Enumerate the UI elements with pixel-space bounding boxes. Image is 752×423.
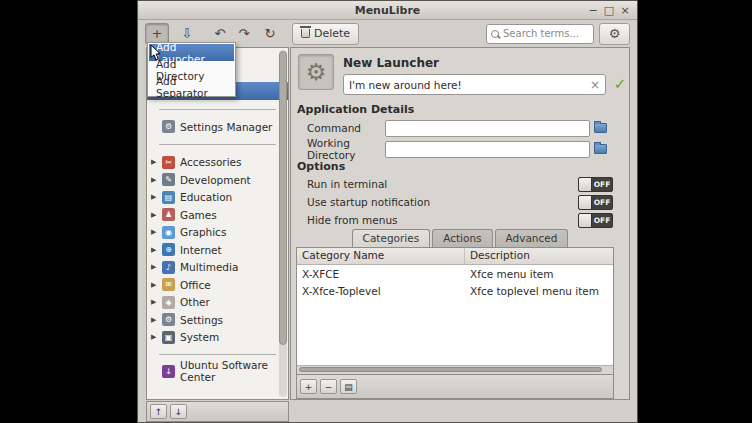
- launcher-editor-panel: ⚙ New Launcher × ✓ Application Details C…: [290, 47, 630, 400]
- undo-icon: ↶: [215, 26, 226, 41]
- menu-item-add-separator[interactable]: Add Separator: [149, 78, 234, 95]
- browse-directory-button[interactable]: [594, 144, 607, 154]
- working-directory-label: Working Directory: [297, 137, 385, 161]
- launcher-gear-icon: ⚙: [306, 59, 327, 85]
- sidebar-item-games[interactable]: ▶ ♟ Games: [147, 206, 288, 224]
- command-entry-box: [385, 120, 590, 137]
- search-input[interactable]: [503, 28, 589, 39]
- sidebar-item-education[interactable]: ▶ ▤ Education: [147, 189, 288, 207]
- remove-category-button[interactable]: −: [320, 379, 337, 394]
- column-category-name[interactable]: Category Name: [297, 248, 465, 264]
- sidebar-scrollbar[interactable]: [279, 50, 287, 397]
- table-row[interactable]: X-Xfce-Toplevel Xfce toplevel menu item: [297, 283, 613, 301]
- working-directory-input[interactable]: [386, 146, 589, 161]
- window-controls: − □ ×: [585, 1, 633, 20]
- expander-icon[interactable]: ▶: [151, 316, 162, 324]
- sidebar-item-other[interactable]: ▶ ◈ Other: [147, 294, 288, 312]
- check-icon: ✓: [614, 75, 627, 93]
- table-header: Category Name Description: [297, 248, 613, 265]
- trash-icon: [301, 29, 310, 38]
- gear-icon: ⚙: [609, 26, 621, 41]
- confirm-name-button[interactable]: ✓: [611, 75, 629, 93]
- sidebar-item-system[interactable]: ▶ ▣ System: [147, 329, 288, 347]
- sidebar-item-software-center[interactable]: ↓ Ubuntu Software Center: [147, 362, 288, 380]
- move-up-button[interactable]: ↑: [150, 404, 167, 419]
- working-directory-entry-box: [385, 141, 590, 158]
- working-directory-row: Working Directory: [297, 140, 619, 158]
- command-label: Command: [297, 122, 385, 134]
- clear-categories-button[interactable]: ▤: [340, 379, 357, 394]
- sidebar-item-settings[interactable]: ▶ ⚙ Settings: [147, 311, 288, 329]
- sidebar-item-accessories[interactable]: ▶ ✂ Accessories: [147, 154, 288, 172]
- tab-actions[interactable]: Actions: [432, 229, 492, 247]
- development-icon: ✎: [162, 173, 175, 186]
- add-category-button[interactable]: +: [300, 379, 317, 394]
- table-row[interactable]: X-XFCE Xfce menu item: [297, 265, 613, 283]
- command-row: Command: [297, 119, 619, 137]
- sidebar-item-multimedia[interactable]: ▶ ♪ Multimedia: [147, 259, 288, 277]
- expander-icon[interactable]: ▶: [151, 211, 162, 219]
- table-horizontal-scrollbar[interactable]: [297, 365, 613, 374]
- mouse-cursor-icon: [150, 44, 162, 66]
- sidebar-item-office[interactable]: ▶ ✉ Office: [147, 276, 288, 294]
- internet-icon: ⊕: [162, 243, 175, 256]
- expander-icon[interactable]: ▶: [151, 158, 162, 166]
- desktop-background: MenuLibre − □ × + ⇩ ↶ ↷ ↻: [0, 0, 752, 423]
- column-description[interactable]: Description: [465, 248, 613, 264]
- application-details-heading: Application Details: [297, 103, 414, 116]
- titlebar[interactable]: MenuLibre − □ ×: [138, 1, 637, 20]
- settings-icon: ⚙: [162, 313, 175, 326]
- launcher-name-input[interactable]: [349, 79, 586, 91]
- settings-menu-button[interactable]: ⚙: [599, 23, 630, 45]
- command-input[interactable]: [386, 125, 589, 140]
- tab-categories[interactable]: Categories: [352, 229, 431, 247]
- sidebar-item-settings-manager[interactable]: ⚙ Settings Manager: [147, 118, 288, 136]
- tab-advanced[interactable]: Advanced: [495, 229, 569, 247]
- hide-from-menus-switch[interactable]: OFF: [578, 213, 613, 228]
- sidebar-item-internet[interactable]: ▶ ⊕ Internet: [147, 241, 288, 259]
- system-icon: ▣: [162, 331, 175, 344]
- software-center-icon: ↓: [162, 365, 175, 378]
- search-box: [486, 24, 594, 44]
- expander-icon[interactable]: ▶: [151, 228, 162, 236]
- move-down-button[interactable]: ↓: [170, 404, 187, 419]
- window-title: MenuLibre: [355, 4, 421, 17]
- sidebar-item-graphics[interactable]: ▶ ◉ Graphics: [147, 224, 288, 242]
- expander-icon[interactable]: ▶: [151, 263, 162, 271]
- refresh-icon: ↻: [265, 26, 276, 41]
- accessories-icon: ✂: [162, 156, 175, 169]
- table-empty-area: [297, 300, 613, 365]
- expander-icon[interactable]: ▶: [151, 246, 162, 254]
- office-icon: ✉: [162, 278, 175, 291]
- maximize-button[interactable]: □: [601, 4, 617, 17]
- delete-button[interactable]: Delete: [292, 23, 359, 45]
- browse-command-button[interactable]: [594, 123, 607, 133]
- clear-name-icon[interactable]: ×: [586, 79, 600, 91]
- games-icon: ♟: [162, 208, 175, 221]
- expander-icon[interactable]: ▶: [151, 298, 162, 306]
- sidebar-item-development[interactable]: ▶ ✎ Development: [147, 171, 288, 189]
- expander-icon[interactable]: ▶: [151, 333, 162, 341]
- list-icon: ▤: [344, 382, 353, 392]
- startup-notification-row: Use startup notification OFF: [297, 194, 613, 210]
- launcher-icon-button[interactable]: ⚙: [298, 54, 334, 90]
- multimedia-icon: ♪: [162, 261, 175, 274]
- close-button[interactable]: ×: [617, 4, 633, 17]
- revert-button[interactable]: ↻: [258, 23, 282, 45]
- plus-icon: +: [152, 26, 163, 41]
- graphics-icon: ◉: [162, 226, 175, 239]
- table-scrollbar-thumb[interactable]: [299, 367, 602, 372]
- sidebar-separator: [147, 136, 288, 154]
- switch-knob: [579, 214, 592, 227]
- run-in-terminal-switch[interactable]: OFF: [578, 177, 613, 192]
- startup-notification-switch[interactable]: OFF: [578, 195, 613, 210]
- launcher-name-box: ×: [343, 74, 606, 95]
- expander-icon[interactable]: ▶: [151, 281, 162, 289]
- minimize-button[interactable]: −: [585, 4, 601, 17]
- categories-toolbar: + − ▤: [296, 375, 614, 399]
- expander-icon[interactable]: ▶: [151, 193, 162, 201]
- sidebar-scrollbar-thumb[interactable]: [279, 51, 287, 345]
- options-heading: Options: [297, 160, 345, 173]
- categories-table: Category Name Description X-XFCE Xfce me…: [296, 247, 614, 375]
- expander-icon[interactable]: ▶: [151, 176, 162, 184]
